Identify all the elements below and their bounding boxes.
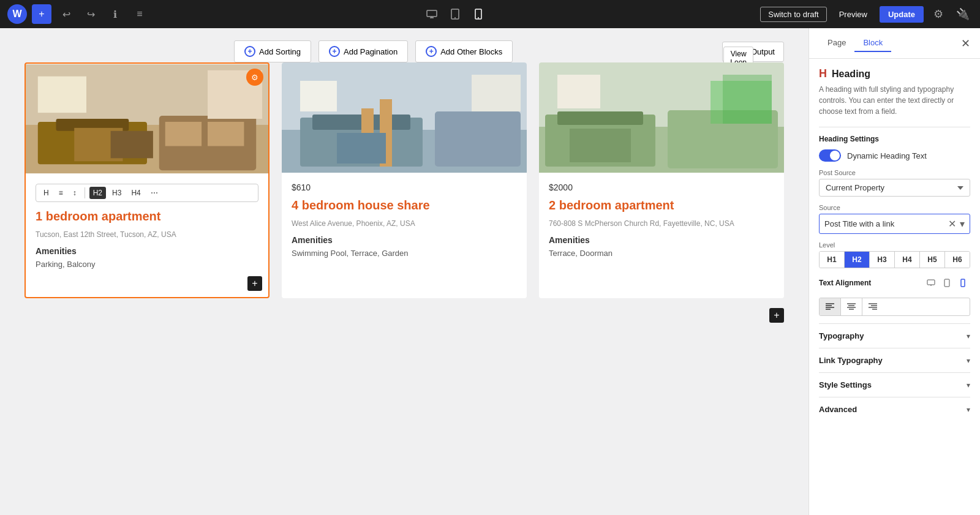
sidebar-close-button[interactable]: ✕ — [961, 37, 970, 50]
card-3-body: $2000 2 bedroom apartment 760-808 S McPh… — [539, 173, 784, 268]
settings-button[interactable]: ⚙ — [929, 4, 948, 24]
page-tab[interactable]: Page — [819, 34, 854, 52]
right-sidebar: Page Block ✕ H Heading A heading with fu… — [809, 28, 980, 515]
source-value-text: Post Title with a link — [824, 219, 944, 228]
block-tab[interactable]: Block — [854, 34, 891, 52]
card-1-amenities-label: Amenities — [36, 246, 258, 256]
preview-button[interactable]: Preview — [832, 7, 875, 21]
align-right-button[interactable] — [862, 298, 883, 315]
device-switcher — [154, 5, 755, 23]
card-1-amenities-value: Parking, Balcony — [36, 260, 258, 269]
text-alignment-row: Text Alignment — [819, 276, 970, 290]
advanced-arrow-icon: ▾ — [967, 405, 970, 414]
extensions-button[interactable]: 🔌 — [953, 4, 973, 24]
card-1-add-button[interactable]: + — [247, 276, 262, 291]
card-3-image — [539, 62, 784, 173]
dynamic-heading-label: Dynamic Heading Text — [847, 151, 927, 160]
add-pagination-button[interactable]: + Add Pagination — [318, 40, 408, 62]
canvas-area: + Add Sorting + Add Pagination + Add Oth… — [0, 28, 809, 515]
align-mobile-icon-button[interactable] — [956, 276, 970, 290]
list-view-button[interactable]: ≡ — [130, 4, 149, 24]
svg-point-6 — [478, 17, 479, 18]
level-h6-button[interactable]: H6 — [945, 252, 970, 268]
svg-rect-31 — [557, 111, 643, 125]
redo-button[interactable]: ↪ — [81, 4, 100, 24]
level-h5-button[interactable]: H5 — [920, 252, 945, 268]
card-2-price: $610 — [292, 182, 517, 192]
style-settings-section-header[interactable]: Style Settings ▾ — [819, 380, 970, 389]
sidebar-header: Page Block ✕ — [809, 28, 980, 59]
typography-arrow-icon: ▾ — [967, 332, 970, 340]
divider-1 — [819, 127, 970, 127]
text-alignment-label: Text Alignment — [819, 279, 871, 287]
info-button[interactable]: ℹ — [105, 4, 125, 24]
ht-h-button[interactable]: H — [40, 187, 53, 199]
canvas-toolbar-row: + Add Sorting + Add Pagination + Add Oth… — [24, 40, 784, 62]
sidebar-content: H Heading A heading with full styling an… — [809, 59, 980, 430]
card-1-address: Tucson, East 12th Street, Tucson, AZ, US… — [36, 230, 258, 239]
align-tablet-icon-button[interactable] — [940, 276, 954, 290]
ht-divider — [85, 187, 85, 198]
ht-h4-button[interactable]: H4 — [127, 187, 144, 199]
alignment-device-icons — [924, 276, 970, 290]
card-3: $2000 2 bedroom apartment 760-808 S McPh… — [539, 62, 784, 298]
add-other-blocks-button[interactable]: + Add Other Blocks — [415, 40, 513, 62]
source-dropdown-button[interactable]: ▾ — [960, 218, 965, 230]
advanced-section-title: Advanced — [819, 405, 857, 414]
add-sorting-button[interactable]: + Add Sorting — [234, 40, 311, 62]
bottom-add-button[interactable]: + — [769, 308, 784, 323]
style-settings-arrow-icon: ▾ — [967, 381, 970, 389]
mobile-device-button[interactable] — [469, 5, 488, 23]
level-h3-button[interactable]: H3 — [870, 252, 895, 268]
add-other-blocks-plus-icon: + — [426, 46, 437, 57]
card-1-body: H ≡ ↕ H2 H3 H4 ⋯ 1 bedroom apartment Tuc… — [26, 174, 268, 279]
card-1-settings-icon[interactable]: ⚙ — [246, 69, 263, 86]
desktop-device-button[interactable] — [423, 5, 441, 23]
undo-button[interactable]: ↩ — [56, 4, 76, 24]
post-source-label: Post Source — [819, 169, 970, 176]
card-2-body: $610 4 bedroom house share West Alice Av… — [282, 173, 527, 268]
svg-rect-14 — [208, 122, 244, 146]
card-3-title: 2 bedroom apartment — [549, 197, 774, 213]
level-h4-button[interactable]: H4 — [895, 252, 920, 268]
ht-h2-button[interactable]: H2 — [89, 187, 106, 199]
style-settings-section-title: Style Settings — [819, 380, 872, 389]
add-block-button[interactable]: + — [32, 4, 51, 24]
link-typography-section-header[interactable]: Link Typography ▾ — [819, 356, 970, 365]
card-2-address: West Alice Avenue, Phoenix, AZ, USA — [292, 219, 517, 228]
switch-to-draft-button[interactable]: Switch to draft — [760, 7, 826, 22]
tablet-device-button[interactable] — [446, 5, 464, 23]
card-2-amenities-label: Amenities — [292, 235, 517, 245]
heading-toolbar: H ≡ ↕ H2 H3 H4 ⋯ — [36, 184, 258, 202]
style-settings-section: Style Settings ▾ — [819, 372, 970, 397]
source-clear-button[interactable]: ✕ — [948, 218, 956, 230]
ht-list-button[interactable]: ≡ — [55, 187, 67, 199]
add-pagination-plus-icon: + — [329, 46, 340, 57]
card-2-image — [282, 62, 527, 173]
level-h2-button[interactable]: H2 — [845, 252, 870, 268]
align-desktop-icon-button[interactable] — [924, 276, 938, 290]
svg-rect-22 — [435, 111, 521, 167]
wp-logo[interactable]: W — [7, 4, 27, 24]
align-left-button[interactable] — [820, 298, 841, 315]
svg-rect-37 — [927, 280, 935, 285]
update-button[interactable]: Update — [880, 6, 924, 23]
svg-point-4 — [454, 17, 456, 18]
ht-more-button[interactable]: ⋯ — [147, 187, 162, 199]
post-source-select[interactable]: Current Property — [819, 179, 970, 197]
main-layout: + Add Sorting + Add Pagination + Add Oth… — [0, 28, 980, 515]
card-2: $610 4 bedroom house share West Alice Av… — [282, 62, 527, 298]
dynamic-heading-toggle[interactable] — [819, 149, 841, 162]
align-center-button[interactable] — [841, 298, 862, 315]
level-field-label: Level — [819, 241, 970, 249]
svg-rect-39 — [944, 279, 949, 287]
cards-container: View Loop — [24, 62, 784, 298]
svg-rect-40 — [961, 279, 965, 287]
ht-sort-button[interactable]: ↕ — [69, 187, 80, 199]
link-typography-arrow-icon: ▾ — [967, 356, 970, 365]
typography-section-header[interactable]: Typography ▾ — [819, 331, 970, 340]
advanced-section-header[interactable]: Advanced ▾ — [819, 405, 970, 414]
ht-h3-button[interactable]: H3 — [108, 187, 125, 199]
level-h1-button[interactable]: H1 — [820, 252, 845, 268]
heading-settings-label: Heading Settings — [819, 135, 970, 143]
